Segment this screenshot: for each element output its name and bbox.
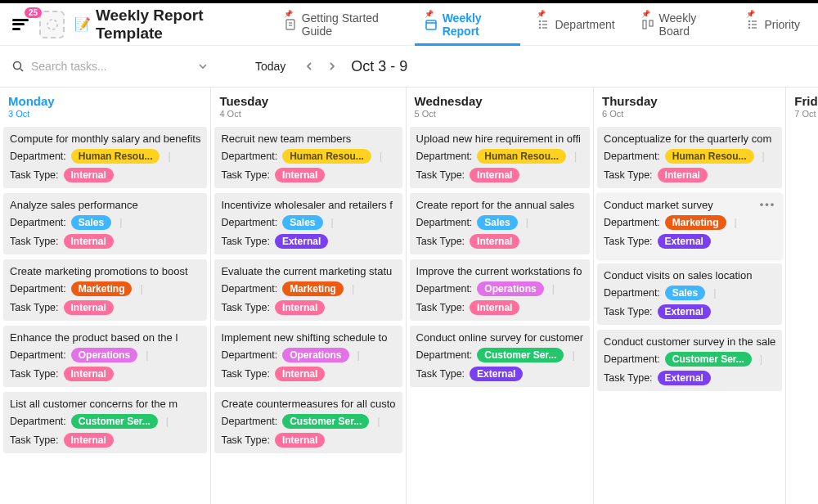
task-title: Incentivize wholesaler and retailers f: [221, 199, 395, 211]
tab-weekly-board[interactable]: 📌 Weekly Board: [631, 3, 730, 46]
department-tag[interactable]: Customer Ser...: [477, 348, 564, 362]
task-type-tag[interactable]: Internal: [470, 168, 519, 182]
task-card[interactable]: Create marketing promotions to boostDepa…: [3, 259, 207, 321]
calendar-icon: [425, 18, 438, 31]
card-more-button[interactable]: •••: [760, 198, 776, 210]
today-button[interactable]: Today: [250, 56, 290, 76]
task-card[interactable]: Improve the current workstations foDepar…: [410, 259, 590, 321]
department-tag[interactable]: Sales: [665, 286, 705, 300]
department-tag[interactable]: Human Resou...: [71, 149, 160, 164]
task-card[interactable]: Upload new hire requirement in offiDepar…: [410, 127, 590, 188]
department-tag[interactable]: Sales: [477, 215, 517, 230]
task-card[interactable]: Enhance the product based on the lDepart…: [3, 326, 207, 387]
day-name: Friday: [794, 94, 818, 108]
day-date: 4 Oct: [219, 109, 397, 119]
tab-department[interactable]: 📌 Department: [527, 3, 624, 46]
tab-priority[interactable]: 📌 Priority: [736, 3, 810, 46]
divider: |: [735, 217, 737, 228]
divider: |: [760, 353, 762, 365]
divider: |: [119, 217, 122, 228]
task-type-row: Task Type:External: [604, 234, 775, 249]
day-column: Monday3 OctCompute for monthly salary an…: [0, 88, 211, 504]
task-type-tag[interactable]: Internal: [64, 300, 114, 315]
task-card[interactable]: Implement new shifting schedule toDepart…: [214, 326, 402, 387]
task-type-tag[interactable]: Internal: [658, 168, 708, 182]
pin-icon: 📌: [746, 10, 755, 18]
prev-week-button[interactable]: [302, 58, 317, 74]
department-tag[interactable]: Human Resou...: [282, 149, 371, 164]
search-container: [11, 60, 183, 73]
day-column: Thursday6 OctConceptualize for the quart…: [594, 88, 786, 504]
department-tag[interactable]: Sales: [282, 215, 322, 230]
task-type-tag[interactable]: External: [658, 234, 711, 249]
task-type-row: Task Type:Internal: [604, 168, 775, 182]
department-tag[interactable]: Customer Ser...: [665, 352, 752, 367]
task-type-tag[interactable]: Internal: [275, 367, 325, 381]
task-card[interactable]: Conceptualize for the quarterly comDepar…: [597, 127, 782, 188]
task-title: Create report for the annual sales: [416, 199, 583, 211]
task-card[interactable]: Create report for the annual salesDepart…: [410, 193, 590, 254]
svg-point-0: [47, 20, 57, 29]
department-tag[interactable]: Sales: [71, 215, 111, 230]
department-tag[interactable]: Human Resou...: [665, 149, 754, 164]
task-card[interactable]: Create countermeasures for all custoDepa…: [214, 392, 402, 453]
task-type-tag[interactable]: Internal: [64, 234, 114, 249]
department-tag[interactable]: Marketing: [71, 281, 133, 296]
task-type-label: Task Type:: [10, 434, 59, 446]
department-tag[interactable]: Operations: [282, 348, 348, 362]
task-type-tag[interactable]: Internal: [470, 234, 519, 249]
task-type-tag[interactable]: External: [658, 371, 711, 385]
task-type-tag[interactable]: Internal: [275, 168, 325, 182]
task-title: Enhance the product based on the l: [10, 331, 200, 344]
task-title: Conduct market survey: [604, 199, 775, 211]
task-title: Implement new shifting schedule to: [221, 331, 395, 344]
task-type-row: Task Type:Internal: [10, 300, 200, 315]
doc-icon: [284, 18, 297, 31]
department-tag[interactable]: Operations: [71, 348, 137, 362]
task-type-tag[interactable]: Internal: [275, 433, 325, 448]
main-menu-button[interactable]: 25: [8, 11, 33, 38]
workspace-loading-icon[interactable]: [39, 11, 65, 38]
task-type-label: Task Type:: [221, 434, 270, 446]
task-type-tag[interactable]: External: [658, 304, 711, 319]
task-type-tag[interactable]: Internal: [64, 367, 114, 381]
task-card[interactable]: Compute for monthly salary and benefitsD…: [3, 127, 207, 188]
department-label: Department:: [221, 217, 277, 228]
task-title: Create marketing promotions to boost: [10, 265, 200, 277]
task-type-tag[interactable]: Internal: [64, 168, 114, 182]
task-type-tag[interactable]: Internal: [64, 433, 114, 448]
department-row: Department:Customer Ser...|: [10, 414, 200, 429]
filter-dropdown-toggle[interactable]: [195, 58, 211, 74]
task-card[interactable]: Recruit new team membersDepartment:Human…: [214, 127, 402, 188]
day-name: Monday: [8, 94, 202, 108]
day-date: 3 Oct: [8, 109, 202, 119]
department-tag[interactable]: Human Resou...: [477, 149, 566, 164]
task-type-tag[interactable]: Internal: [470, 300, 519, 315]
tab-getting-started[interactable]: 📌 Getting Started Guide: [274, 3, 408, 46]
task-type-tag[interactable]: Internal: [275, 300, 325, 315]
department-tag[interactable]: Customer Ser...: [71, 414, 158, 429]
department-row: Department:Operations|: [10, 348, 200, 362]
task-card[interactable]: Conduct customer survey in the saleDepar…: [597, 330, 782, 391]
tab-weekly-report[interactable]: 📌 Weekly Report: [415, 3, 521, 46]
task-card[interactable]: List all customer concerns for the mDepa…: [3, 392, 207, 453]
department-label: Department:: [10, 283, 66, 295]
task-title: Analyze sales performance: [10, 199, 200, 211]
task-type-label: Task Type:: [10, 169, 59, 181]
search-input[interactable]: [31, 60, 162, 73]
task-card[interactable]: Conduct visits on sales locationDepartme…: [597, 263, 782, 325]
divider: |: [166, 416, 169, 427]
department-tag[interactable]: Operations: [477, 281, 543, 296]
department-tag[interactable]: Customer Ser...: [282, 414, 369, 429]
svg-rect-1: [286, 20, 294, 29]
task-card[interactable]: Conduct online survey for customerDepart…: [410, 326, 590, 387]
department-tag[interactable]: Marketing: [665, 215, 726, 230]
task-type-tag[interactable]: External: [470, 367, 523, 381]
task-card[interactable]: Conduct market surveyDepartment:Marketin…: [597, 193, 782, 259]
task-type-tag[interactable]: External: [275, 234, 328, 249]
next-week-button[interactable]: [325, 58, 339, 74]
department-tag[interactable]: Marketing: [282, 281, 344, 296]
task-card[interactable]: Evaluate the current marketing statuDepa…: [214, 259, 402, 321]
task-card[interactable]: Incentivize wholesaler and retailers fDe…: [214, 193, 402, 254]
task-card[interactable]: Analyze sales performanceDepartment:Sale…: [3, 193, 207, 254]
